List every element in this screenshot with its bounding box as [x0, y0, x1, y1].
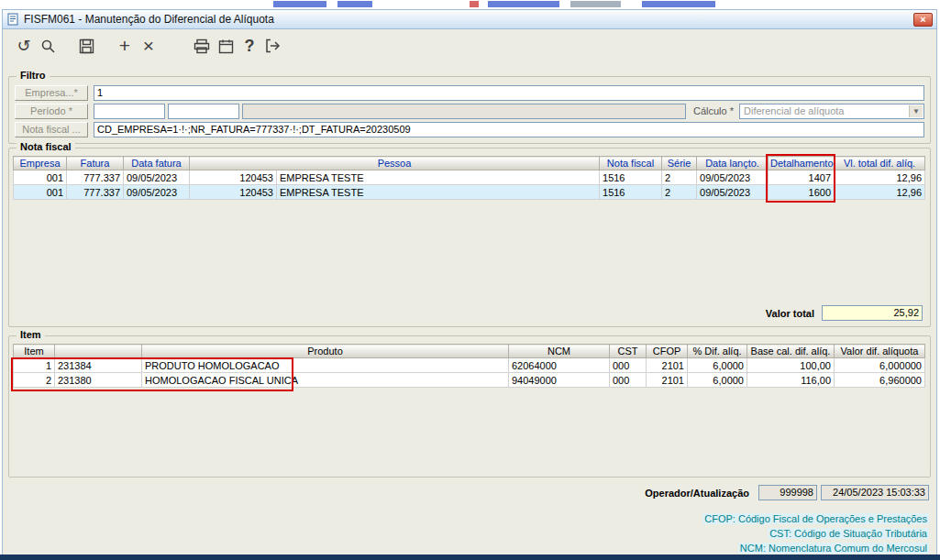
filtro-legend: Filtro: [17, 70, 50, 81]
cell-valor-dif[interactable]: 6,960000: [835, 373, 925, 388]
cell-fatura[interactable]: 777.337: [67, 185, 124, 200]
table-header-row: Item Produto NCM CST CFOP % Dif. alíq. B…: [14, 345, 925, 358]
col-header-serie: Série: [662, 157, 697, 170]
periodo-start-field[interactable]: [94, 104, 165, 119]
cell-base-calc[interactable]: 100,00: [747, 358, 835, 373]
print-button[interactable]: [190, 34, 214, 58]
col-header-produto: Produto: [142, 345, 509, 358]
cell-data-fatura[interactable]: 09/05/2023: [124, 185, 190, 200]
delete-icon: ×: [143, 38, 154, 54]
cell-pessoa-nome[interactable]: EMPRESA TESTE: [277, 170, 600, 185]
add-button[interactable]: +: [113, 34, 137, 58]
background-page-fragment: [273, 1, 326, 7]
table-row[interactable]: 001 777.337 09/05/2023 120453 EMPRESA TE…: [14, 170, 925, 185]
col-header-fatura: Fatura: [67, 157, 124, 170]
background-page-fragment: [337, 1, 372, 7]
cell-perc-dif[interactable]: 6,0000: [688, 373, 747, 388]
app-window: FISFM061 - Manutenção do Diferencial de …: [2, 9, 937, 555]
filtro-group: Filtro Empresa...* 1 Período * Cálculo *…: [8, 76, 931, 144]
col-header-nota-fiscal: Nota fiscal: [600, 157, 662, 170]
delete-button[interactable]: ×: [137, 34, 160, 58]
cell-produto[interactable]: HOMOLOGACAO FISCAL UNICA: [142, 373, 509, 388]
toolbar: ↺ + × ?: [3, 29, 936, 62]
valor-total-field: 25,92: [822, 305, 923, 321]
cell-cst[interactable]: 000: [610, 358, 647, 373]
col-header-pessoa: Pessoa: [190, 157, 600, 170]
cell-fatura[interactable]: 777.337: [67, 170, 124, 185]
col-header-codigo: [55, 345, 142, 358]
cell-empresa[interactable]: 001: [14, 185, 67, 200]
table-row-selected[interactable]: 001 777.337 09/05/2023 120453 EMPRESA TE…: [14, 185, 925, 200]
titlebar[interactable]: FISFM061 - Manutenção do Diferencial de …: [3, 10, 936, 29]
chevron-down-icon[interactable]: ▼: [909, 105, 923, 117]
cell-data-lancto[interactable]: 09/05/2023: [697, 170, 769, 185]
item-table: Item Produto NCM CST CFOP % Dif. alíq. B…: [13, 344, 925, 388]
cell-codigo[interactable]: 231380: [55, 373, 142, 388]
background-page-fragment: [488, 1, 559, 7]
undo-button[interactable]: ↺: [12, 34, 36, 58]
col-header-ncm: NCM: [509, 345, 610, 358]
cell-serie[interactable]: 2: [662, 170, 697, 185]
save-button[interactable]: [74, 34, 98, 58]
cell-serie[interactable]: 2: [662, 185, 697, 200]
periodo-end-field[interactable]: [168, 104, 239, 119]
save-icon: [79, 38, 94, 54]
nota-fiscal-table: Empresa Fatura Data fatura Pessoa Nota f…: [13, 156, 925, 200]
cell-codigo[interactable]: 231384: [55, 358, 142, 373]
col-header-cst: CST: [610, 345, 647, 358]
cell-cfop[interactable]: 2101: [647, 358, 688, 373]
cell-nota-fiscal[interactable]: 1516: [600, 170, 662, 185]
col-header-empresa: Empresa: [14, 157, 67, 170]
calendar-button[interactable]: [214, 34, 238, 58]
empresa-field[interactable]: 1: [94, 85, 924, 101]
col-header-valor-dif: Valor dif. alíquota: [835, 345, 925, 358]
abbreviation-notes: CFOP: Código Fiscal de Operações e Prest…: [702, 511, 929, 555]
help-button[interactable]: ?: [238, 34, 261, 58]
table-header-row: Empresa Fatura Data fatura Pessoa Nota f…: [14, 157, 925, 170]
close-button[interactable]: ×: [913, 13, 933, 27]
cell-item[interactable]: 2: [14, 373, 55, 388]
table-row[interactable]: 1 231384 PRODUTO HOMOLOGACAO 62064000 00…: [14, 358, 925, 373]
cell-detalhamento[interactable]: 1407: [769, 170, 835, 185]
cell-nota-fiscal[interactable]: 1516: [600, 185, 662, 200]
cell-cst[interactable]: 000: [610, 373, 647, 388]
cell-vl-total[interactable]: 12,96: [835, 170, 925, 185]
cell-vl-total[interactable]: 12,96: [835, 185, 925, 200]
calculo-select[interactable]: Diferencial de alíquota ▼: [739, 104, 924, 119]
nota-fiscal-filter-field[interactable]: CD_EMPRESA=1·!·;NR_FATURA=777337·!·;DT_F…: [94, 122, 924, 137]
cell-produto[interactable]: PRODUTO HOMOLOGACAO: [142, 358, 509, 373]
note-cfop: CFOP: Código Fiscal de Operações e Prest…: [702, 513, 929, 524]
cell-item[interactable]: 1: [14, 358, 55, 373]
exit-button[interactable]: [261, 34, 285, 58]
cell-empresa[interactable]: 001: [14, 170, 67, 185]
note-ncm: NCM: Nomenclatura Comum do Mercosul: [738, 543, 929, 554]
nota-fiscal-legend: Nota fiscal: [17, 141, 75, 152]
operador-field: 999998: [758, 485, 817, 500]
table-row[interactable]: 2 231380 HOMOLOGACAO FISCAL UNICA 940490…: [14, 373, 925, 388]
cell-perc-dif[interactable]: 6,0000: [688, 358, 747, 373]
cell-ncm[interactable]: 94049000: [509, 373, 610, 388]
cell-data-fatura[interactable]: 09/05/2023: [124, 170, 190, 185]
col-header-item: Item: [14, 345, 55, 358]
empresa-button[interactable]: Empresa...*: [15, 85, 88, 101]
cell-data-lancto[interactable]: 09/05/2023: [697, 185, 769, 200]
nota-fiscal-button[interactable]: Nota fiscal ...: [15, 122, 88, 137]
background-page-fragment: [470, 1, 479, 7]
item-group: Item Item Produto NCM CST CFOP % Dif. al…: [8, 335, 931, 478]
screen: FISFM061 - Manutenção do Diferencial de …: [0, 0, 940, 560]
cell-pessoa-codigo[interactable]: 120453: [190, 185, 277, 200]
cell-pessoa-nome[interactable]: EMPRESA TESTE: [277, 185, 600, 200]
calculo-value: Diferencial de alíquota: [744, 105, 844, 116]
print-icon: [194, 38, 210, 54]
window-title: FISFM061 - Manutenção do Diferencial de …: [24, 13, 274, 26]
cell-valor-dif[interactable]: 6,000000: [835, 358, 925, 373]
valor-total-label: Valor total: [766, 308, 814, 319]
cell-pessoa-codigo[interactable]: 120453: [190, 170, 277, 185]
cell-cfop[interactable]: 2101: [647, 373, 688, 388]
periodo-button[interactable]: Período *: [15, 104, 88, 119]
cell-base-calc[interactable]: 116,00: [747, 373, 835, 388]
cell-ncm[interactable]: 62064000: [509, 358, 610, 373]
cell-detalhamento[interactable]: 1600: [769, 185, 835, 200]
atualizacao-field: 24/05/2023 15:03:33: [821, 485, 929, 500]
search-button[interactable]: [36, 34, 60, 58]
